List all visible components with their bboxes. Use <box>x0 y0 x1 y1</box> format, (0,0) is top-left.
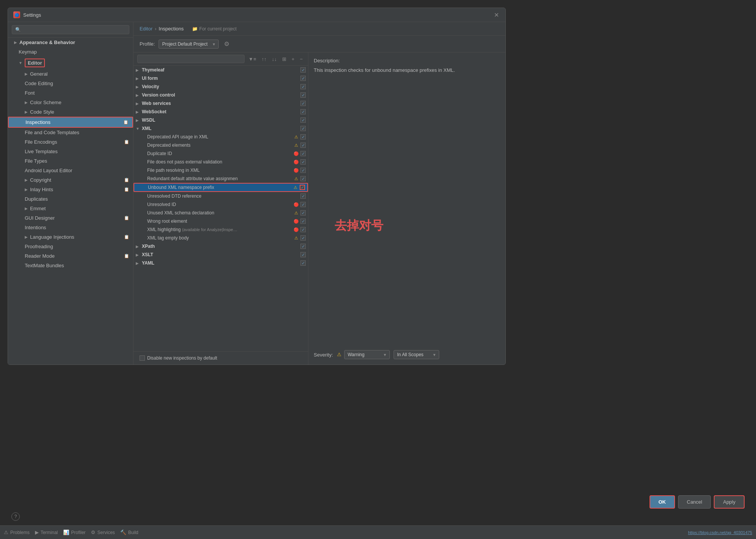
insp-row-file-path[interactable]: File path resolving in XML 🔴 <box>133 166 308 174</box>
checkbox-redundant-default[interactable] <box>300 176 306 181</box>
insp-row-wrong-root[interactable]: Wrong root element 🔴 <box>133 217 308 225</box>
for-current-project-toggle[interactable]: 📁 For current project <box>192 26 237 32</box>
scope-select[interactable]: In All Scopes In Tests Everywhere <box>394 350 439 359</box>
sidebar-item-file-encodings[interactable]: File Encodings 📋 <box>8 137 133 147</box>
sidebar-item-keymap[interactable]: Keymap <box>8 47 133 57</box>
profile-select[interactable]: Project Default Project <box>159 40 219 49</box>
help-button[interactable]: ? <box>11 512 20 521</box>
insp-row-redundant-default[interactable]: Redundant default attribute value assign… <box>133 174 308 183</box>
status-tab-terminal[interactable]: ▶ Terminal <box>35 529 58 535</box>
checkbox-unbound-namespace[interactable] <box>300 185 305 190</box>
insp-row-xml[interactable]: ▼ XML <box>133 124 308 133</box>
status-tab-services[interactable]: ⚙ Services <box>91 529 115 535</box>
insp-row-unresolved-dtd[interactable]: Unresolved DTD reference <box>133 192 308 200</box>
checkbox-version-control[interactable] <box>300 92 306 98</box>
sidebar-item-inlay-hints[interactable]: ▶ Inlay Hints 📋 <box>8 185 133 194</box>
insp-row-deprecated-api[interactable]: Deprecated API usage in XML ⚠ <box>133 133 308 141</box>
sidebar-item-code-style[interactable]: ▶ Code Style <box>8 107 133 117</box>
sidebar-item-file-code-templates[interactable]: File and Code Templates <box>8 128 133 137</box>
cancel-button[interactable]: Cancel <box>678 495 711 509</box>
checkbox-deprecated-api[interactable] <box>300 134 306 140</box>
checkbox-web-services[interactable] <box>300 101 306 106</box>
filter-input[interactable] <box>137 55 245 63</box>
checkbox-unresolved-dtd[interactable] <box>300 193 306 199</box>
status-tab-problems[interactable]: ⚠ Problems <box>4 529 30 535</box>
checkbox-wsdl[interactable] <box>300 117 306 123</box>
sidebar-item-code-editing[interactable]: Code Editing <box>8 79 133 88</box>
insp-row-wsdl[interactable]: ▶ WSDL <box>133 116 308 124</box>
gear-button[interactable]: ⚙ <box>222 39 231 49</box>
insp-row-unused-schema[interactable]: Unused XML schema declaration ⚠ <box>133 209 308 217</box>
status-tab-build[interactable]: 🔨 Build <box>120 529 138 535</box>
ok-button[interactable]: OK <box>650 495 675 509</box>
sidebar-item-font[interactable]: Font <box>8 88 133 98</box>
sidebar-item-reader-mode[interactable]: Reader Mode 📋 <box>8 251 133 261</box>
checkbox-xml[interactable] <box>300 126 306 131</box>
profile-select-wrapper[interactable]: Project Default Project <box>159 40 219 49</box>
sidebar-item-inspections[interactable]: Inspections 📋 <box>8 117 133 128</box>
checkbox-xpath[interactable] <box>300 244 306 249</box>
checkbox-wrong-root[interactable] <box>300 219 306 224</box>
sidebar-item-color-scheme[interactable]: ▶ Color Scheme <box>8 98 133 107</box>
sidebar-item-live-templates[interactable]: Live Templates <box>8 147 133 156</box>
sidebar-item-android-layout-editor[interactable]: Android Layout Editor <box>8 166 133 175</box>
insp-row-web-services[interactable]: ▶ Web services <box>133 99 308 108</box>
insp-row-velocity[interactable]: ▶ Velocity <box>133 82 308 91</box>
group-btn[interactable]: ⊞ <box>281 55 288 63</box>
insp-row-duplicate-id[interactable]: Duplicate ID 🔴 <box>133 149 308 158</box>
checkbox-velocity[interactable] <box>300 84 306 89</box>
sidebar-item-duplicates[interactable]: Duplicates <box>8 194 133 204</box>
filter-btn[interactable]: ▼≡ <box>247 55 257 63</box>
sidebar-item-copyright[interactable]: ▶ Copyright 📋 <box>8 175 133 185</box>
severity-select[interactable]: Warning Error Info Weak Warning <box>344 350 390 359</box>
sidebar-item-textmate-bundles[interactable]: TextMate Bundles <box>8 261 133 270</box>
checkbox-yaml[interactable] <box>300 260 306 266</box>
apply-button[interactable]: Apply <box>714 495 745 509</box>
insp-row-no-pass-validation[interactable]: File does not pass external validation 🔴 <box>133 158 308 166</box>
status-url[interactable]: https://blog.csdn.net/qq_40301475 <box>688 530 752 535</box>
breadcrumb-editor[interactable]: Editor <box>140 26 152 32</box>
insp-row-xpath[interactable]: ▶ XPath <box>133 242 308 250</box>
checkbox-file-path[interactable] <box>300 168 306 173</box>
scope-select-wrapper[interactable]: In All Scopes In Tests Everywhere <box>394 350 439 359</box>
insp-row-unbound-namespace[interactable]: Unbound XML namespace prefix ⚠ <box>133 183 308 192</box>
insp-row-xslt[interactable]: ▶ XSLT <box>133 250 308 259</box>
checkbox-unresolved-id[interactable] <box>300 202 306 207</box>
checkbox-xml-tag-empty-body[interactable] <box>300 235 306 241</box>
checkbox-xslt[interactable] <box>300 252 306 257</box>
sidebar-item-gui-designer[interactable]: GUI Designer 📋 <box>8 213 133 223</box>
sidebar-item-appearance[interactable]: ▶ Appearance & Behavior <box>8 38 133 47</box>
checkbox-websocket[interactable] <box>300 109 306 114</box>
insp-row-thymeleaf[interactable]: ▶ Thymeleaf <box>133 66 308 74</box>
sidebar-item-intentions[interactable]: Intentions <box>8 223 133 232</box>
sidebar-item-general[interactable]: ▶ General <box>8 69 133 79</box>
insp-row-unresolved-id[interactable]: Unresolved ID 🔴 <box>133 200 308 209</box>
sidebar-item-emmet[interactable]: ▶ Emmet <box>8 204 133 213</box>
expand-all-btn[interactable]: ↑↑ <box>260 55 268 63</box>
sidebar-item-language-injections[interactable]: ▶ Language Injections 📋 <box>8 232 133 242</box>
insp-row-xml-tag-empty-body[interactable]: XML tag empty body ⚠ <box>133 234 308 242</box>
sidebar-item-file-types[interactable]: File Types <box>8 156 133 166</box>
sidebar-item-editor[interactable]: ▼ Editor <box>8 57 133 69</box>
checkbox-no-pass-validation[interactable] <box>300 159 306 165</box>
add-btn[interactable]: + <box>290 55 296 63</box>
checkbox-duplicate-id[interactable] <box>300 151 306 156</box>
insp-row-yaml[interactable]: ▶ YAML <box>133 259 308 267</box>
checkbox-deprecated-elements[interactable] <box>300 143 306 148</box>
collapse-all-btn[interactable]: ↓↓ <box>270 55 278 63</box>
insp-row-version-control[interactable]: ▶ Version control <box>133 91 308 99</box>
sidebar-item-proofreading[interactable]: Proofreading <box>8 242 133 251</box>
insp-row-ui-form[interactable]: ▶ UI form <box>133 74 308 82</box>
close-button[interactable]: ✕ <box>492 11 500 19</box>
insp-row-websocket[interactable]: ▶ WebSocket <box>133 108 308 116</box>
insp-row-deprecated-elements[interactable]: Deprecated elements ⚠ <box>133 141 308 149</box>
checkbox-ui-form[interactable] <box>300 76 306 81</box>
remove-btn[interactable]: − <box>298 55 304 63</box>
sidebar-search-input[interactable] <box>12 25 129 34</box>
disable-new-inspections-checkbox[interactable] <box>140 355 145 361</box>
status-tab-profiler[interactable]: 📊 Profiler <box>63 529 86 535</box>
insp-row-xml-highlighting[interactable]: XML highlighting (available for Analyze|… <box>133 225 308 234</box>
checkbox-unused-schema[interactable] <box>300 210 306 216</box>
checkbox-thymeleaf[interactable] <box>300 67 306 73</box>
severity-select-wrapper[interactable]: ⚠ Warning Error Info Weak Warning <box>337 350 390 359</box>
